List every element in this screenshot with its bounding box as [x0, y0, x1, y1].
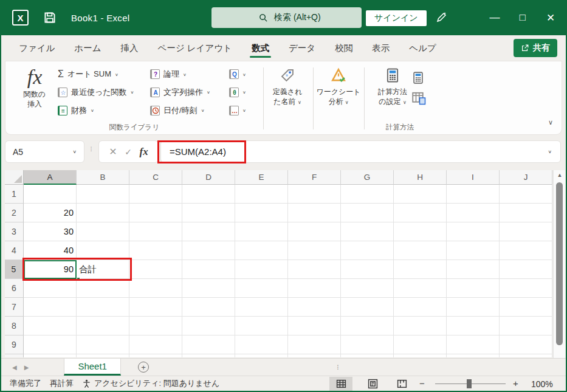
cell-B8[interactable] [77, 317, 129, 335]
cell-G4[interactable] [341, 241, 394, 260]
cell-H10[interactable] [394, 354, 447, 357]
tab-help[interactable]: ヘルプ [402, 38, 443, 59]
cell-B9[interactable] [77, 335, 129, 354]
cell-D4[interactable] [182, 241, 235, 260]
column-header-H[interactable]: H [394, 170, 447, 185]
cell-J3[interactable] [500, 222, 552, 241]
cell-B6[interactable] [77, 279, 129, 298]
cell-C8[interactable] [129, 317, 182, 335]
cell-I1[interactable] [447, 185, 500, 204]
text-functions-button[interactable]: A 文字列操作∨ [150, 84, 210, 100]
sheet-nav-right-icon[interactable]: ▶ [21, 364, 33, 371]
row-header-4[interactable]: 4 [5, 241, 24, 260]
cell-D1[interactable] [182, 185, 235, 204]
cell-F5[interactable] [288, 260, 341, 279]
tab-home[interactable]: ホーム [67, 38, 108, 59]
cell-J1[interactable] [500, 185, 552, 204]
cell-D3[interactable] [182, 222, 235, 241]
cell-A9[interactable] [24, 335, 77, 354]
formula-bar-handle[interactable]: ⁝ [90, 144, 92, 153]
column-header-D[interactable]: D [182, 170, 235, 185]
cell-D5[interactable] [182, 260, 235, 279]
insert-function-button[interactable]: fx 関数の 挿入 [14, 65, 55, 109]
share-button[interactable]: 共有 [514, 39, 557, 57]
cell-A1[interactable] [24, 185, 77, 204]
defined-names-button[interactable]: 定義され た名前 ∨ [265, 67, 310, 108]
cell-J5[interactable] [500, 260, 552, 279]
zoom-in-button[interactable]: + [513, 378, 518, 388]
recent-functions-button[interactable]: ☆ 最近使った関数∨ [58, 84, 134, 100]
cell-F4[interactable] [288, 241, 341, 260]
enter-icon[interactable]: ✓ [125, 147, 132, 157]
name-box[interactable]: A5 ∨ [5, 140, 84, 163]
column-header-E[interactable]: E [235, 170, 288, 185]
view-page-break-button[interactable] [390, 377, 413, 391]
cell-G7[interactable] [341, 298, 394, 317]
cell-J6[interactable] [500, 279, 552, 298]
cell-D7[interactable] [182, 298, 235, 317]
cell-E4[interactable] [235, 241, 288, 260]
cell-C6[interactable] [129, 279, 182, 298]
cell-H2[interactable] [394, 204, 447, 222]
cell-H7[interactable] [394, 298, 447, 317]
cell-F6[interactable] [288, 279, 341, 298]
view-page-layout-button[interactable] [361, 377, 384, 391]
cell-A3[interactable]: 30 [24, 222, 77, 241]
cell-G2[interactable] [341, 204, 394, 222]
cell-C2[interactable] [129, 204, 182, 222]
row-header-6[interactable]: 6 [5, 279, 24, 298]
row-header-10[interactable]: 10 [5, 354, 24, 357]
cell-B3[interactable] [77, 222, 129, 241]
cell-H3[interactable] [394, 222, 447, 241]
row-header-8[interactable]: 8 [5, 317, 24, 335]
worksheet-analysis-button[interactable]: ワークシート 分析 ∨ [315, 67, 362, 108]
cell-H5[interactable] [394, 260, 447, 279]
scrollbar-resize-handle[interactable]: ⁝ [337, 363, 339, 371]
cell-C3[interactable] [129, 222, 182, 241]
cell-D8[interactable] [182, 317, 235, 335]
cell-I7[interactable] [447, 298, 500, 317]
cell-I8[interactable] [447, 317, 500, 335]
cancel-icon[interactable]: ✕ [109, 146, 117, 157]
calculate-sheet-button[interactable] [411, 91, 426, 108]
cell-F9[interactable] [288, 335, 341, 354]
lookup-reference-button[interactable]: Q∨ [229, 66, 246, 82]
cell-J2[interactable] [500, 204, 552, 222]
cell-G6[interactable] [341, 279, 394, 298]
cell-E7[interactable] [235, 298, 288, 317]
cell-A6[interactable] [24, 279, 77, 298]
sheet-nav-left-icon[interactable]: ◀ [9, 364, 21, 371]
ribbon-collapse-chevron[interactable]: ∨ [548, 119, 553, 126]
select-all-corner[interactable] [5, 170, 24, 185]
cell-I10[interactable] [447, 354, 500, 357]
cell-H9[interactable] [394, 335, 447, 354]
cell-I2[interactable] [447, 204, 500, 222]
row-header-9[interactable]: 9 [5, 335, 24, 354]
tab-insert[interactable]: 挿入 [114, 38, 145, 59]
tab-file[interactable]: ファイル [12, 38, 61, 59]
cell-J4[interactable] [500, 241, 552, 260]
cell-F7[interactable] [288, 298, 341, 317]
maximize-button[interactable]: □ [509, 0, 537, 35]
column-header-A[interactable]: A [24, 170, 77, 185]
cell-E9[interactable] [235, 335, 288, 354]
cell-D9[interactable] [182, 335, 235, 354]
tab-page-layout[interactable]: ページ レイアウト [151, 38, 239, 59]
cell-G9[interactable] [341, 335, 394, 354]
tab-data[interactable]: データ [282, 38, 322, 59]
math-trig-button[interactable]: θ∨ [229, 84, 246, 100]
cell-F3[interactable] [288, 222, 341, 241]
row-header-5[interactable]: 5 [5, 260, 24, 279]
sheet-tab-sheet1[interactable]: Sheet1 [64, 359, 121, 376]
column-header-G[interactable]: G [341, 170, 394, 185]
cell-H8[interactable] [394, 317, 447, 335]
column-header-I[interactable]: I [447, 170, 500, 185]
cell-F2[interactable] [288, 204, 341, 222]
zoom-out-button[interactable]: − [419, 378, 425, 388]
cell-J8[interactable] [500, 317, 552, 335]
cell-C1[interactable] [129, 185, 182, 204]
cell-B2[interactable] [77, 204, 129, 222]
cell-F1[interactable] [288, 185, 341, 204]
signin-button[interactable]: サインイン [366, 10, 427, 26]
column-header-F[interactable]: F [288, 170, 341, 185]
